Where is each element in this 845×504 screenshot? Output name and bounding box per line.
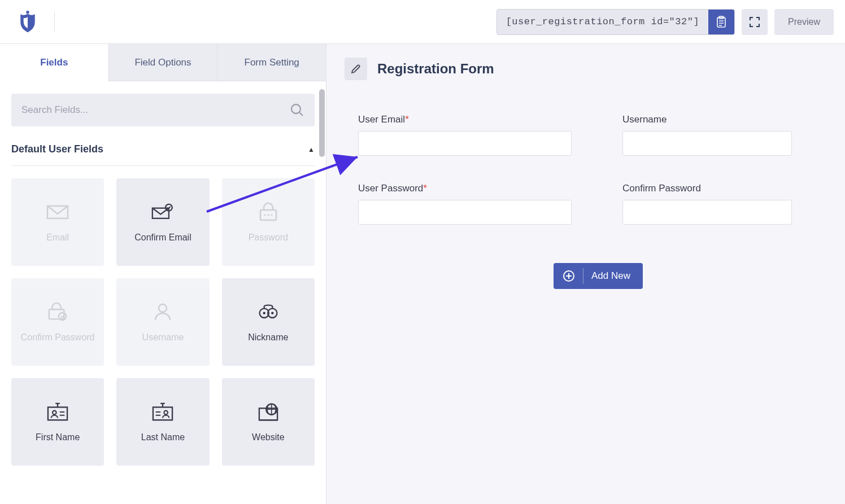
collapse-caret-icon: ▲ [308,146,315,154]
form-field-user-password[interactable]: User Password* [358,183,572,225]
svg-rect-18 [48,407,67,420]
svg-point-13 [159,304,167,312]
email-icon [46,202,69,222]
sidebar-tabs: Fields Field Options Form Setting [0,44,326,81]
user-icon [151,302,174,322]
app-header: [user_registration_form id="32"] Preview [0,0,845,44]
form-row: User Email* Username [358,114,845,156]
add-new-button[interactable]: Add New [554,263,643,289]
form-row: User Password* Confirm Password [358,183,845,225]
field-grid: Email Confirm Email Password Confirm Pas… [11,178,315,466]
header-divider [54,12,55,32]
pencil-icon [351,64,361,74]
clipboard-icon [716,16,727,28]
form-canvas: Registration Form User Email* Username U… [326,44,845,504]
field-password: Password [222,178,315,266]
brand-logo[interactable] [17,11,38,33]
input-user-password [358,200,572,225]
sidebar: Fields Field Options Form Setting Defaul… [0,44,326,504]
svg-point-8 [264,214,265,216]
search-box [11,94,315,126]
tab-fields[interactable]: Fields [0,44,108,81]
section-title: Default User Fields [11,143,103,155]
section-header[interactable]: Default User Fields ▲ [11,141,315,166]
form-field-confirm-password[interactable]: Confirm Password [622,183,792,225]
svg-point-17 [271,312,274,314]
input-confirm-password [622,200,792,225]
password-icon [257,202,280,222]
confirm-email-icon [151,202,174,222]
input-user-email [358,131,572,156]
field-last-name[interactable]: Last Name [116,378,209,466]
svg-point-0 [26,11,29,14]
field-confirm-password: Confirm Password [11,278,104,366]
field-email: Email [11,178,104,266]
svg-point-16 [263,312,265,314]
field-first-name[interactable]: First Name [11,378,104,466]
website-icon [257,402,280,422]
tab-form-setting[interactable]: Form Setting [217,44,326,81]
svg-rect-20 [153,407,172,420]
search-input[interactable] [21,104,290,116]
svg-point-3 [291,104,300,113]
field-website[interactable]: Website [222,378,315,466]
svg-point-21 [164,410,168,414]
tab-field-options[interactable]: Field Options [108,44,217,81]
field-nickname[interactable]: Nickname [222,278,315,366]
copy-shortcode-button[interactable] [708,10,734,34]
input-username [622,131,792,156]
shortcode-text: [user_registration_form id="32"] [497,10,708,34]
form-field-username[interactable]: Username [622,114,792,156]
idcard-icon [151,402,174,422]
svg-point-9 [267,214,269,216]
search-icon [290,103,304,117]
shortcode-box: [user_registration_form id="32"] [496,9,735,35]
idcard-icon [46,402,69,422]
sidebar-scrollbar[interactable] [319,89,325,157]
fullscreen-button[interactable] [742,9,768,35]
confirm-password-icon [46,302,69,322]
svg-point-19 [53,410,56,414]
field-username: Username [116,278,209,366]
plus-circle-icon [563,270,575,282]
preview-button[interactable]: Preview [774,9,834,35]
nickname-icon [257,302,280,322]
svg-point-10 [271,214,272,216]
edit-title-button[interactable] [345,58,367,80]
form-field-user-email[interactable]: User Email* [358,114,572,156]
fullscreen-icon [749,16,760,28]
form-title: Registration Form [377,61,494,77]
field-confirm-email[interactable]: Confirm Email [116,178,209,266]
